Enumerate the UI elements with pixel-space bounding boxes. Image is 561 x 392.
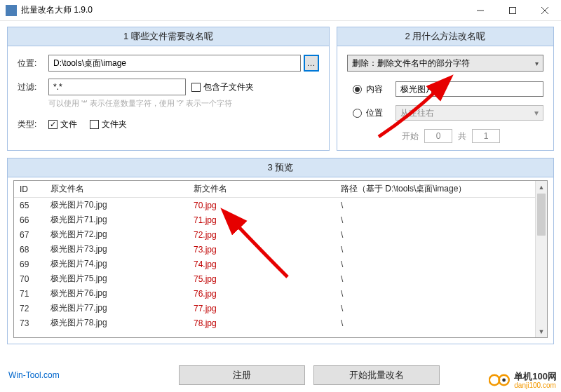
col-new-name[interactable]: 新文件名 [188, 183, 335, 195]
cell-old-name: 极光图片75.jpg [45, 273, 188, 285]
svg-point-4 [489, 375, 499, 385]
cell-new-name: 78.jpg [188, 318, 335, 328]
checkbox-icon [191, 83, 201, 92]
cell-new-name: 75.jpg [188, 274, 335, 284]
type-file-label: 文件 [60, 119, 77, 130]
cell-new-name: 70.jpg [188, 201, 335, 210]
table-row[interactable]: 69极光图片74.jpg74.jpg\ [14, 257, 547, 271]
delete-content-input[interactable] [396, 81, 543, 97]
cell-id: 69 [14, 259, 45, 269]
start-rename-button[interactable]: 开始批量改名 [313, 365, 440, 385]
close-button[interactable] [529, 0, 561, 21]
panel2-header: 2 用什么方法改名呢 [337, 27, 553, 46]
col-old-name[interactable]: 原文件名 [45, 183, 188, 195]
col-id[interactable]: ID [14, 184, 45, 194]
radio-position[interactable] [353, 109, 362, 118]
minimize-button[interactable] [464, 0, 496, 21]
window-title: 批量改名大师 1.9.0 [21, 4, 464, 16]
cell-new-name: 74.jpg [188, 259, 335, 269]
cell-path: \ [335, 289, 547, 299]
app-icon [6, 5, 17, 16]
type-file-checkbox[interactable]: 文件 [48, 119, 77, 130]
cell-path: \ [335, 230, 547, 240]
chevron-down-icon: ▾ [535, 60, 539, 67]
method-select-value: 删除：删除文件名中的部分字符 [352, 58, 470, 69]
cell-new-name: 72.jpg [188, 230, 335, 240]
cell-path: \ [335, 304, 547, 313]
table-row[interactable]: 72极光图片77.jpg77.jpg\ [14, 301, 547, 316]
count-label: 共 [458, 130, 466, 142]
panel3-header: 3 预览 [8, 158, 553, 177]
location-input[interactable] [48, 55, 301, 72]
title-bar: 批量改名大师 1.9.0 [0, 0, 561, 21]
cell-old-name: 极光图片74.jpg [45, 258, 188, 270]
count-input [472, 129, 500, 143]
scroll-up-icon[interactable]: ▲ [536, 181, 547, 193]
table-header: ID 原文件名 新文件名 路径（基于 D:\tools\桌面\image） [14, 181, 547, 198]
table-row[interactable]: 73极光图片78.jpg78.jpg\ [14, 316, 547, 330]
cell-new-name: 76.jpg [188, 289, 335, 299]
checkbox-icon [90, 120, 99, 129]
start-input [424, 129, 452, 143]
cell-old-name: 极光图片78.jpg [45, 317, 188, 329]
table-row[interactable]: 68极光图片73.jpg73.jpg\ [14, 242, 547, 257]
cell-old-name: 极光图片72.jpg [45, 229, 188, 241]
panel-rename-method: 2 用什么方法改名呢 删除：删除文件名中的部分字符 ▾ 内容 位置 从左往右 ▾ [337, 27, 554, 151]
method-select[interactable]: 删除：删除文件名中的部分字符 ▾ [347, 55, 543, 72]
website-link[interactable]: Win-Tool.com [8, 370, 60, 380]
watermark-line2: danji100.com [514, 381, 557, 389]
filter-hint: 可以使用 '*' 表示任意数量字符，使用 '?' 表示一个字符 [48, 98, 319, 109]
type-label: 类型: [18, 119, 48, 130]
chevron-down-icon: ▾ [534, 108, 539, 118]
table-row[interactable]: 71极光图片76.jpg76.jpg\ [14, 286, 547, 301]
col-path[interactable]: 路径（基于 D:\tools\桌面\image） [335, 183, 547, 195]
cell-id: 73 [14, 318, 45, 328]
watermark-icon [489, 373, 511, 387]
radio-content[interactable] [353, 85, 362, 94]
radio-content-label: 内容 [366, 83, 383, 95]
cell-id: 65 [14, 201, 45, 210]
maximize-button[interactable] [496, 0, 529, 21]
cell-path: \ [335, 274, 547, 284]
vertical-scrollbar[interactable]: ▲ ▼ [535, 181, 547, 337]
scroll-down-icon[interactable]: ▼ [536, 325, 547, 337]
panel-source-files: 1 哪些文件需要改名呢 位置: ... 过滤: 包含子文件夹 可以使用 '*' … [7, 27, 330, 151]
cell-id: 71 [14, 289, 45, 299]
cell-path: \ [335, 215, 547, 225]
svg-point-6 [502, 379, 506, 382]
location-label: 位置: [18, 58, 48, 69]
panel1-header: 1 哪些文件需要改名呢 [8, 27, 329, 46]
table-row[interactable]: 66极光图片71.jpg71.jpg\ [14, 212, 547, 227]
cell-new-name: 71.jpg [188, 215, 335, 225]
radio-position-label: 位置 [366, 107, 383, 119]
cell-id: 70 [14, 274, 45, 284]
table-row[interactable]: 67极光图片72.jpg72.jpg\ [14, 227, 547, 242]
filter-input[interactable] [48, 79, 186, 95]
direction-select: 从左往右 ▾ [396, 105, 543, 121]
cell-old-name: 极光图片76.jpg [45, 288, 188, 299]
cell-old-name: 极光图片73.jpg [45, 243, 188, 255]
table-row[interactable]: 65极光图片70.jpg70.jpg\ [14, 198, 547, 212]
include-subfolders-checkbox[interactable]: 包含子文件夹 [191, 81, 254, 93]
bottom-bar: Win-Tool.com 注册 开始批量改名 [0, 358, 561, 385]
register-button[interactable]: 注册 [179, 365, 305, 385]
cell-path: \ [335, 201, 547, 210]
start-label: 开始 [402, 130, 419, 142]
cell-old-name: 极光图片71.jpg [45, 214, 188, 226]
preview-table: ID 原文件名 新文件名 路径（基于 D:\tools\桌面\image） 65… [13, 180, 548, 338]
svg-rect-1 [510, 7, 516, 13]
table-row[interactable]: 70极光图片75.jpg75.jpg\ [14, 271, 547, 286]
cell-old-name: 极光图片70.jpg [45, 199, 188, 211]
cell-path: \ [335, 318, 547, 328]
cell-id: 67 [14, 230, 45, 240]
type-folder-checkbox[interactable]: 文件夹 [90, 119, 127, 130]
window-controls [464, 0, 561, 21]
cell-old-name: 极光图片77.jpg [45, 302, 188, 314]
direction-value: 从左往右 [400, 107, 434, 119]
scroll-thumb[interactable] [537, 194, 546, 236]
include-subfolders-label: 包含子文件夹 [203, 81, 254, 93]
cell-new-name: 77.jpg [188, 304, 335, 313]
panel-preview: 3 预览 ID 原文件名 新文件名 路径（基于 D:\tools\桌面\imag… [7, 158, 554, 344]
watermark: 单机100网 danji100.com [489, 372, 557, 389]
browse-button[interactable]: ... [304, 55, 319, 72]
